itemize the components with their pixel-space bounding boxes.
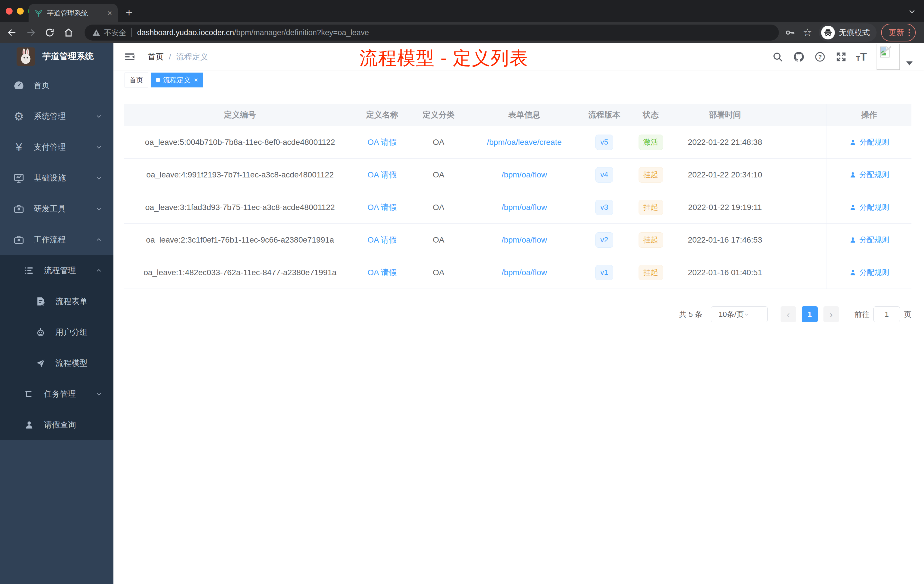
monitor-icon bbox=[13, 172, 25, 184]
column-header: 状态 bbox=[629, 104, 673, 126]
status-badge: 挂起 bbox=[639, 167, 663, 183]
definition-name-link[interactable]: OA 请假 bbox=[368, 170, 397, 180]
page-size-select[interactable]: 10条/页 bbox=[711, 306, 768, 322]
chevron-down-icon bbox=[744, 312, 763, 317]
assign-rule-label: 分配规则 bbox=[860, 267, 889, 277]
tags-view-bar: 首页 流程定义 × bbox=[114, 71, 924, 89]
sidebar-item-payment[interactable]: ¥ 支付管理 bbox=[0, 132, 114, 163]
cell-definition-id: oa_leave:2:3c1f0ef1-76b1-11ec-9c66-a2380… bbox=[124, 224, 356, 256]
home-button-icon[interactable] bbox=[63, 27, 74, 38]
back-button-icon[interactable] bbox=[6, 27, 18, 38]
table-row: oa_leave:2:3c1f0ef1-76b1-11ec-9c66-a2380… bbox=[124, 224, 911, 256]
assign-rule-label: 分配规则 bbox=[860, 170, 889, 180]
assign-rule-button[interactable]: 分配规则 bbox=[849, 267, 889, 277]
assign-rule-button[interactable]: 分配规则 bbox=[849, 235, 889, 245]
status-badge: 挂起 bbox=[639, 232, 663, 248]
bookmark-star-icon[interactable]: ☆ bbox=[803, 27, 812, 38]
fullscreen-icon[interactable] bbox=[835, 51, 847, 63]
browser-toolbar: 不安全 dashboard.yudao.iocoder.cn/bpm/manag… bbox=[0, 22, 924, 43]
prev-page-button[interactable]: ‹ bbox=[780, 306, 796, 322]
url-host[interactable]: dashboard.yudao.iocoder.cn bbox=[137, 28, 234, 37]
definition-name-link[interactable]: OA 请假 bbox=[368, 267, 397, 278]
page-number-1[interactable]: 1 bbox=[802, 306, 818, 322]
browser-menu-icon[interactable] bbox=[909, 29, 910, 36]
table-row: oa_leave:4:991f2193-7b7f-11ec-a3c8-acde4… bbox=[124, 158, 911, 191]
broken-image-icon bbox=[878, 45, 891, 59]
incognito-icon bbox=[821, 26, 835, 40]
not-secure-label[interactable]: 不安全 bbox=[104, 28, 126, 38]
new-tab-button[interactable]: + bbox=[126, 7, 132, 18]
search-icon[interactable] bbox=[771, 51, 784, 63]
gear-icon: ⚙ bbox=[13, 110, 25, 122]
sidebar-item-task-management[interactable]: 任务管理 bbox=[0, 379, 114, 409]
tag-home[interactable]: 首页 bbox=[125, 73, 148, 87]
reload-button-icon[interactable] bbox=[44, 27, 55, 38]
not-secure-warning-icon[interactable] bbox=[92, 28, 101, 37]
tag-close-icon[interactable]: × bbox=[194, 77, 198, 83]
app-logo[interactable]: 芋道管理系统 bbox=[0, 43, 114, 70]
definition-name-link[interactable]: OA 请假 bbox=[368, 202, 397, 213]
breadcrumb: 首页 / 流程定义 bbox=[148, 51, 208, 62]
assign-rule-button[interactable]: 分配规则 bbox=[849, 170, 889, 180]
sidebar-item-home[interactable]: 首页 bbox=[0, 70, 114, 101]
user-icon bbox=[849, 139, 856, 146]
sidebar-item-label: 流程模型 bbox=[55, 358, 102, 369]
assign-rule-button[interactable]: 分配规则 bbox=[849, 202, 889, 212]
sidebar-item-workflow[interactable]: 工作流程 bbox=[0, 224, 114, 255]
sidebar-toggle-hamburger-icon[interactable] bbox=[124, 52, 136, 62]
password-key-icon[interactable] bbox=[785, 27, 795, 38]
sidebar-item-label: 工作流程 bbox=[34, 234, 96, 245]
window-close-button[interactable] bbox=[6, 8, 13, 15]
sidebar-item-label: 请假查询 bbox=[44, 419, 102, 430]
help-icon[interactable]: ? bbox=[814, 51, 826, 63]
tab-close-icon[interactable]: × bbox=[107, 9, 112, 17]
github-icon[interactable] bbox=[792, 51, 805, 63]
sidebar-item-infrastructure[interactable]: 基础设施 bbox=[0, 163, 114, 193]
avatar[interactable] bbox=[876, 44, 900, 70]
page-size-value: 10条/页 bbox=[719, 309, 744, 319]
tag-process-definition[interactable]: 流程定义 × bbox=[151, 73, 203, 87]
next-page-button[interactable]: › bbox=[823, 306, 839, 322]
address-bar[interactable]: 不安全 dashboard.yudao.iocoder.cn/bpm/manag… bbox=[84, 25, 779, 41]
definition-name-link[interactable]: OA 请假 bbox=[368, 234, 397, 246]
avatar-caret-icon[interactable] bbox=[906, 61, 912, 66]
form-link[interactable]: /bpm/oa/flow bbox=[502, 236, 547, 244]
seedling-favicon-icon bbox=[34, 9, 43, 17]
active-dot-icon bbox=[156, 78, 160, 82]
window-minimize-button[interactable] bbox=[17, 8, 24, 15]
column-header-filler bbox=[777, 104, 827, 126]
assign-rule-label: 分配规则 bbox=[860, 202, 889, 212]
form-link[interactable]: /bpm/oa/flow bbox=[502, 268, 547, 277]
annotation-title: 流程模型 - 定义列表 bbox=[360, 46, 528, 71]
sidebar-item-user-group[interactable]: 用户分组 bbox=[0, 317, 114, 348]
version-badge: v1 bbox=[596, 265, 613, 280]
form-link[interactable]: /bpm/oa/leave/create bbox=[487, 138, 562, 147]
user-icon bbox=[849, 269, 856, 276]
browser-update-button[interactable]: 更新 bbox=[881, 24, 916, 41]
tab-search-caret-icon[interactable] bbox=[908, 7, 916, 15]
forward-button-icon[interactable] bbox=[25, 27, 36, 38]
form-link[interactable]: /bpm/oa/flow bbox=[502, 203, 547, 212]
sidebar-item-process-model[interactable]: 流程模型 bbox=[0, 348, 114, 379]
sidebar-item-leave-query[interactable]: 请假查询 bbox=[0, 409, 114, 440]
form-link[interactable]: /bpm/oa/flow bbox=[502, 170, 547, 180]
url-path[interactable]: /bpm/manager/definition?key=oa_leave bbox=[234, 28, 369, 37]
assign-rule-button[interactable]: 分配规则 bbox=[849, 137, 889, 147]
breadcrumb-home[interactable]: 首页 bbox=[148, 51, 164, 62]
tag-label: 首页 bbox=[129, 76, 143, 84]
sidebar-item-process-management[interactable]: 流程管理 bbox=[0, 255, 114, 286]
browser-tab[interactable]: 芋道管理系统 × bbox=[28, 4, 118, 22]
update-label[interactable]: 更新 bbox=[889, 27, 904, 38]
cell-deploy-time: 2022-01-16 01:40:51 bbox=[673, 256, 777, 289]
toolbox-icon bbox=[13, 203, 25, 215]
sidebar-item-label: 支付管理 bbox=[34, 142, 96, 153]
definition-name-link[interactable]: OA 请假 bbox=[368, 137, 397, 148]
sidebar-item-process-form[interactable]: 流程表单 bbox=[0, 286, 114, 317]
sidebar-item-devtools[interactable]: 研发工具 bbox=[0, 193, 114, 224]
user-icon bbox=[849, 204, 856, 211]
goto-page-input[interactable] bbox=[873, 306, 900, 322]
font-size-icon[interactable]: TT bbox=[856, 51, 867, 62]
sidebar-item-system[interactable]: ⚙ 系统管理 bbox=[0, 101, 114, 132]
chevron-up-icon bbox=[96, 267, 102, 274]
cell-category: OA bbox=[409, 224, 469, 256]
